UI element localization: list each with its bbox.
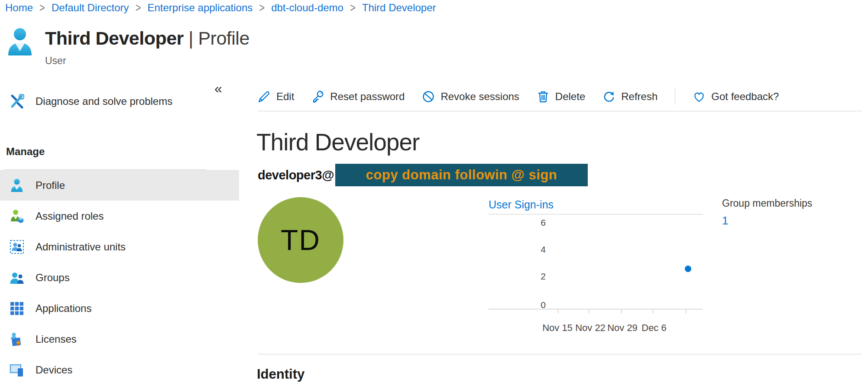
user-principal-name: developer3@ copy domain followin @ sign bbox=[258, 164, 588, 186]
pencil-icon bbox=[258, 90, 271, 103]
azure-user-profile-page: Home > Default Directory > Enterprise ap… bbox=[0, 0, 868, 383]
sidebar-item-applications[interactable]: Applications bbox=[0, 293, 239, 324]
group-memberships-label: Group memberships bbox=[722, 198, 812, 209]
x-axis-line bbox=[489, 309, 703, 309]
toolbar-separator bbox=[675, 88, 675, 105]
x-axis-tick bbox=[621, 309, 622, 313]
dashed-box-people-icon bbox=[10, 240, 24, 254]
breadcrumb-separator: > bbox=[259, 1, 265, 15]
person-certificate-icon bbox=[10, 332, 24, 347]
crossed-tools-icon bbox=[10, 94, 24, 109]
sidebar-item-diagnose[interactable]: Diagnose and solve problems bbox=[0, 86, 239, 117]
heart-icon bbox=[693, 90, 706, 103]
sidebar-item-label: Devices bbox=[36, 364, 72, 376]
refresh-icon bbox=[602, 90, 615, 103]
breadcrumb-enterprise-applications[interactable]: Enterprise applications bbox=[147, 2, 253, 14]
delete-button[interactable]: Delete bbox=[537, 90, 585, 103]
breadcrumb-dbt-cloud-demo[interactable]: dbt-cloud-demo bbox=[271, 2, 343, 14]
revoke-sessions-label: Revoke sessions bbox=[440, 91, 519, 103]
edit-button[interactable]: Edit bbox=[258, 90, 294, 103]
sidebar-item-administrative-units[interactable]: Administrative units bbox=[0, 231, 239, 262]
email-prefix: developer3@ bbox=[258, 168, 334, 182]
reset-password-label: Reset password bbox=[330, 91, 405, 103]
revoke-sessions-button[interactable]: Revoke sessions bbox=[422, 90, 519, 103]
user-display-name: Third Developer bbox=[256, 128, 419, 156]
sidebar-item-licenses[interactable]: Licenses bbox=[0, 324, 239, 354]
x-axis-tick bbox=[589, 309, 589, 313]
sidebar-item-groups[interactable]: Groups bbox=[0, 262, 239, 293]
key-icon bbox=[311, 90, 324, 103]
page-title: Third Developer | Profile bbox=[45, 28, 249, 49]
page-title-section: Profile bbox=[198, 28, 249, 49]
x-axis-tick bbox=[558, 309, 558, 313]
got-feedback-label: Got feedback? bbox=[711, 91, 779, 103]
sidebar-item-label: Assigned roles bbox=[36, 210, 104, 222]
reset-password-button[interactable]: Reset password bbox=[311, 90, 405, 103]
page-title-name: Third Developer bbox=[45, 28, 184, 49]
avatar-initials: TD bbox=[281, 224, 321, 256]
monitor-phone-icon bbox=[10, 363, 24, 377]
redaction-note-text: copy domain followin @ sign bbox=[366, 167, 557, 183]
sidebar-item-label: Administrative units bbox=[36, 241, 126, 253]
two-people-icon bbox=[10, 270, 24, 285]
user-signins-link[interactable]: User Sign-ins bbox=[489, 198, 554, 211]
sidebar: « Diagnose and solve problems Manage bbox=[0, 65, 239, 383]
person-icon bbox=[10, 178, 24, 193]
sidebar-item-label: Applications bbox=[36, 302, 91, 315]
x-axis-tick bbox=[653, 309, 653, 313]
redacted-domain-annotation: copy domain followin @ sign bbox=[335, 164, 588, 186]
sidebar-section-manage: Manage bbox=[6, 146, 45, 158]
breadcrumb: Home > Default Directory > Enterprise ap… bbox=[5, 2, 436, 14]
page-title-block: Third Developer | Profile User bbox=[45, 27, 249, 67]
breadcrumb-home[interactable]: Home bbox=[5, 2, 33, 14]
sidebar-item-label: Profile bbox=[36, 179, 65, 192]
y-tick-label: 2 bbox=[528, 271, 546, 282]
breadcrumb-third-developer[interactable]: Third Developer bbox=[362, 2, 436, 14]
breadcrumb-default-directory[interactable]: Default Directory bbox=[52, 2, 129, 14]
y-tick-label: 6 bbox=[528, 217, 546, 228]
group-memberships: Group memberships 1 bbox=[722, 198, 812, 227]
user-person-icon bbox=[6, 27, 34, 67]
chart-title-rule bbox=[489, 214, 703, 214]
section-divider bbox=[258, 354, 862, 354]
signin-data-point bbox=[685, 266, 691, 272]
delete-label: Delete bbox=[555, 91, 585, 103]
x-axis-tick bbox=[686, 309, 686, 313]
grid-icon bbox=[10, 301, 24, 316]
sidebar-item-label: Diagnose and solve problems bbox=[36, 95, 172, 107]
identity-section-heading: Identity bbox=[257, 367, 304, 382]
breadcrumb-separator: > bbox=[39, 1, 45, 15]
command-bar: Edit Reset password Revoke sessions bbox=[258, 82, 862, 111]
group-memberships-value-link[interactable]: 1 bbox=[722, 214, 812, 227]
sidebar-item-assigned-roles[interactable]: Assigned roles bbox=[0, 201, 239, 231]
sidebar-item-label: Groups bbox=[36, 272, 70, 284]
sidebar-item-profile[interactable]: Profile bbox=[0, 170, 239, 201]
trash-icon bbox=[537, 90, 550, 103]
breadcrumb-separator: > bbox=[350, 1, 356, 15]
y-tick-label: 4 bbox=[528, 244, 546, 255]
user-signins-chart: User Sign-ins 6 4 2 0 Nov 15 Nov 22 Nov … bbox=[489, 198, 705, 341]
block-icon bbox=[422, 90, 435, 103]
breadcrumb-separator: > bbox=[136, 1, 141, 15]
page-header: Third Developer | Profile User bbox=[6, 27, 249, 67]
edit-label: Edit bbox=[276, 91, 294, 103]
got-feedback-button[interactable]: Got feedback? bbox=[693, 90, 779, 103]
person-cube-icon bbox=[10, 209, 24, 224]
sidebar-item-label: Licenses bbox=[36, 333, 77, 345]
avatar[interactable]: TD bbox=[258, 197, 343, 283]
x-tick-label: Dec 6 bbox=[633, 322, 675, 334]
page-title-divider: | bbox=[188, 28, 193, 49]
refresh-label: Refresh bbox=[621, 91, 657, 103]
refresh-button[interactable]: Refresh bbox=[602, 90, 657, 103]
sidebar-item-devices[interactable]: Devices bbox=[0, 354, 239, 383]
